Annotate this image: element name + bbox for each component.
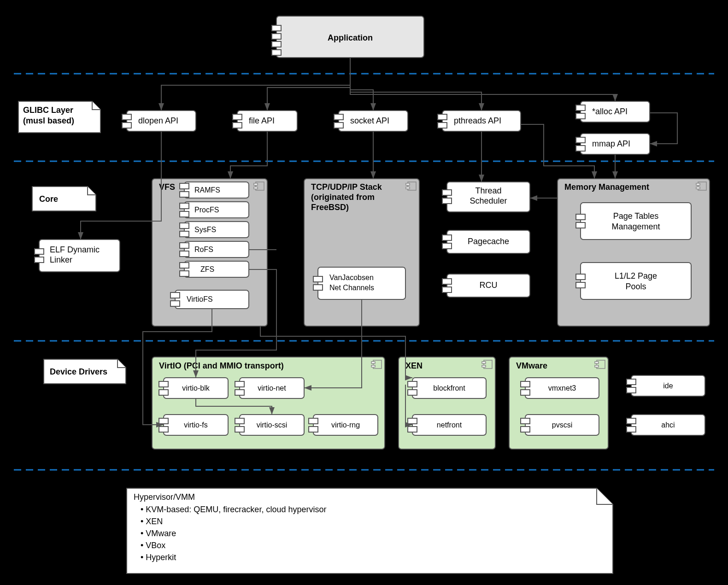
svg-text:• Hyperkit: • Hyperkit [141, 553, 176, 562]
svg-text:TCP/UDP/IP Stack: TCP/UDP/IP Stack [311, 182, 382, 192]
hypervisor-note: Hypervisor/VMM • KVM-based: QEMU, firecr… [127, 488, 613, 573]
svg-text:• VBox: • VBox [141, 541, 165, 550]
alloc-api: *alloc API [576, 101, 650, 122]
svg-text:(musl based): (musl based) [23, 116, 74, 125]
svg-text:virtio-blk: virtio-blk [182, 384, 210, 392]
application-box: Application [272, 16, 424, 58]
svg-rect-35 [184, 261, 249, 277]
svg-text:Linker: Linker [50, 255, 72, 264]
svg-text:VirtIO (PCI and MMIO transport: VirtIO (PCI and MMIO transport) [159, 361, 284, 370]
svg-text:socket API: socket API [350, 116, 389, 125]
svg-text:Page Tables: Page Tables [613, 211, 659, 221]
svg-text:ProcFS: ProcFS [194, 206, 219, 214]
svg-text:dlopen API: dlopen API [138, 116, 178, 125]
svg-rect-53 [558, 179, 710, 326]
svg-text:Net Channels: Net Channels [329, 284, 374, 292]
svg-text:virtio-rng: virtio-rng [331, 421, 360, 429]
svg-text:netfront: netfront [437, 421, 462, 429]
svg-text:(originated from: (originated from [311, 193, 375, 202]
svg-text:Device Drivers: Device Drivers [50, 367, 107, 376]
svg-text:VirtioFS: VirtioFS [187, 295, 213, 303]
core-note: Core [32, 187, 96, 211]
pthreads-api: pthreads API [438, 111, 521, 131]
svg-rect-31 [184, 222, 249, 238]
svg-text:Hypervisor/VMM: Hypervisor/VMM [134, 492, 195, 502]
pagecache: Pagecache [442, 230, 530, 253]
svg-text:VMware: VMware [516, 361, 547, 370]
svg-text:virtio-net: virtio-net [258, 384, 286, 392]
socket-api: socket API [334, 111, 408, 131]
svg-text:virtio-fs: virtio-fs [184, 421, 208, 429]
svg-text:Core: Core [39, 194, 58, 204]
svg-text:• VMware: • VMware [141, 529, 176, 538]
svg-text:ZFS: ZFS [200, 265, 214, 273]
svg-text:ahci: ahci [661, 421, 675, 429]
svg-text:FreeBSD): FreeBSD) [311, 203, 349, 212]
elf-linker: ELF Dynamic Linker [35, 240, 120, 272]
glibc-layer-note: GLIBC Layer (musl based) [18, 101, 100, 133]
svg-text:• XEN: • XEN [141, 517, 163, 526]
svg-text:• KVM-based: QEMU, firecracker: • KVM-based: QEMU, firecracker, cloud hy… [141, 505, 326, 514]
rcu: RCU [442, 274, 530, 297]
svg-text:ELF Dynamic: ELF Dynamic [50, 245, 100, 254]
svg-text:RCU: RCU [480, 281, 498, 290]
svg-text:Memory Management: Memory Management [564, 182, 649, 192]
svg-text:GLIBC Layer: GLIBC Layer [23, 105, 73, 115]
svg-text:Pools: Pools [625, 282, 646, 291]
svg-text:Pagecache: Pagecache [468, 237, 509, 246]
svg-rect-33 [184, 241, 249, 257]
svg-text:blockfront: blockfront [433, 384, 465, 392]
vfs-container: VFS RAMFS ProcFS SysFS RoFS ZFS VirtioFS [152, 179, 267, 326]
memory-management: Memory Management Page Tables Management… [558, 179, 710, 326]
svg-text:*alloc API: *alloc API [592, 107, 628, 116]
svg-text:virtio-scsi: virtio-scsi [257, 421, 288, 429]
svg-text:pthreads API: pthreads API [454, 116, 501, 125]
svg-text:SysFS: SysFS [194, 226, 216, 234]
dlopen-api: dlopen API [122, 111, 196, 131]
svg-text:vmxnet3: vmxnet3 [548, 384, 576, 392]
svg-text:mmap API: mmap API [592, 139, 630, 148]
svg-text:Scheduler: Scheduler [470, 196, 507, 205]
virtio-group: VirtIO (PCI and MMIO transport) virtio-b… [152, 357, 385, 449]
device-drivers-note: Device Drivers [44, 359, 126, 384]
xen-group: XEN blockfront netfront [399, 357, 495, 449]
svg-rect-58 [581, 263, 691, 299]
svg-rect-43 [318, 267, 405, 299]
file-api: file API [233, 111, 297, 131]
thread-scheduler: Thread Scheduler [442, 182, 530, 212]
svg-text:RAMFS: RAMFS [194, 186, 220, 194]
svg-text:L1/L2 Page: L1/L2 Page [615, 271, 657, 281]
svg-text:VanJacobsen: VanJacobsen [329, 274, 374, 281]
svg-rect-55 [581, 203, 691, 240]
ahci-box: ahci [627, 415, 705, 435]
svg-text:RoFS: RoFS [194, 246, 213, 253]
mmap-api: mmap API [576, 134, 650, 154]
svg-text:Application: Application [328, 33, 373, 42]
ide-box: ide [627, 375, 705, 396]
vmware-group: VMware vmxnet3 pvscsi [509, 357, 608, 449]
svg-text:XEN: XEN [405, 361, 423, 370]
svg-text:file API: file API [249, 116, 275, 125]
svg-text:ide: ide [663, 382, 673, 390]
svg-text:pvscsi: pvscsi [552, 421, 572, 429]
svg-text:Thread: Thread [475, 186, 501, 195]
svg-text:Management: Management [611, 222, 660, 231]
